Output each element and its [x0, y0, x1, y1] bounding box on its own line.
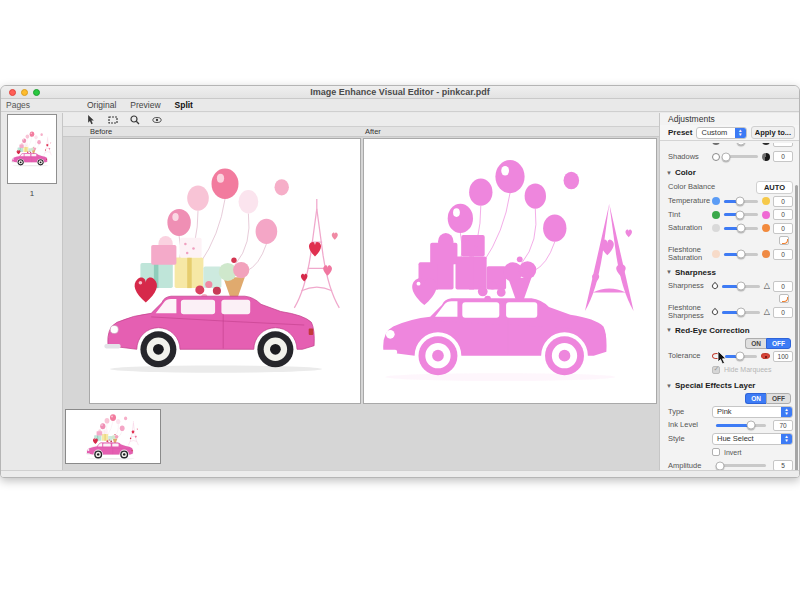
- type-label: Type: [668, 408, 712, 416]
- shadows-max-icon: [762, 153, 770, 161]
- saturation-slider[interactable]: [724, 227, 758, 230]
- collapse-chevron-icon: ▼: [666, 383, 672, 389]
- temperature-slider[interactable]: [724, 200, 758, 203]
- style-label: Style: [668, 435, 712, 443]
- ink-level-value[interactable]: 70: [773, 420, 793, 431]
- sharpness-label: Sharpness: [668, 282, 712, 290]
- sharpness-slider[interactable]: [722, 285, 760, 288]
- tint-label: Tint: [668, 211, 712, 219]
- sharpness-badge-row: [660, 294, 789, 303]
- page-thumbnail[interactable]: [7, 114, 57, 184]
- invert-checkbox[interactable]: [712, 448, 720, 456]
- fleshtone-saturation-value[interactable]: 0: [773, 249, 793, 260]
- adjustments-scroll: Shadows 0 ▼ Color Color Balance AUTO: [660, 141, 799, 477]
- preset-dropdown[interactable]: Custom ▲▼: [696, 127, 746, 139]
- hide-marquees-checkbox[interactable]: [712, 366, 720, 374]
- after-label: After: [365, 127, 381, 137]
- saturation-max-icon: [762, 224, 770, 232]
- apply-to-button[interactable]: Apply to...: [751, 126, 795, 139]
- filmstrip-thumbnail[interactable]: [65, 409, 161, 464]
- fleshtone-saturation-max-icon: [762, 250, 770, 258]
- window-bottom-bar: [1, 470, 799, 477]
- tint-min-icon: [712, 211, 720, 219]
- zoom-tool-icon[interactable]: [129, 114, 141, 125]
- hide-marquees-row: Hide Marquees: [712, 364, 793, 376]
- select-tool-icon[interactable]: [85, 114, 97, 125]
- before-label: Before: [90, 127, 112, 137]
- style-dropdown[interactable]: Hue Select ▲▼: [712, 433, 793, 445]
- sharpness-min-droplet-icon: [711, 282, 719, 290]
- red-eye-on-button[interactable]: ON: [745, 338, 766, 349]
- effects-section-header[interactable]: ▼ Special Effects Layer: [660, 377, 799, 392]
- shadows-value[interactable]: 0: [773, 151, 793, 162]
- effects-on-button[interactable]: ON: [745, 393, 766, 404]
- tolerance-value[interactable]: 100: [773, 351, 793, 362]
- fleshtone-saturation-slider[interactable]: [724, 253, 758, 256]
- canvas: [63, 137, 659, 477]
- temperature-row: Temperature 0: [668, 195, 793, 207]
- color-section-title: Color: [675, 168, 696, 177]
- amplitude-slider[interactable]: [716, 464, 766, 467]
- clipped-slider-row: [660, 143, 799, 149]
- fleshtone-saturation-min-icon: [712, 250, 720, 258]
- style-value: Hue Select: [717, 434, 754, 443]
- dropdown-arrows-icon: ▲▼: [781, 433, 792, 445]
- before-after-strip: Before After: [63, 127, 659, 137]
- tint-row: Tint 0: [668, 209, 793, 221]
- shadows-label: Shadows: [668, 153, 712, 161]
- sharpness-section-header[interactable]: ▼ Sharpness: [660, 264, 799, 279]
- fleshtone-sharpness-slider[interactable]: [722, 311, 760, 314]
- fleshtone-sample-icon[interactable]: [779, 236, 789, 245]
- red-eye-off-button[interactable]: OFF: [766, 338, 791, 349]
- dropdown-arrows-icon: ▲▼: [781, 406, 792, 418]
- marquee-tool-icon[interactable]: [107, 114, 119, 125]
- sharpness-max-triangle-icon: △: [764, 282, 770, 290]
- auto-button[interactable]: AUTO: [756, 181, 793, 194]
- after-pane: [363, 138, 657, 404]
- tolerance-slider[interactable]: [725, 355, 757, 358]
- color-section-header[interactable]: ▼ Color: [660, 164, 799, 179]
- temperature-label: Temperature: [668, 197, 712, 205]
- before-pane: [89, 138, 361, 404]
- sharpness-row: Sharpness △ 0: [668, 280, 793, 292]
- tint-value[interactable]: 0: [773, 209, 793, 220]
- effects-off-button[interactable]: OFF: [766, 393, 791, 404]
- red-eye-toggle-row: ON OFF: [660, 338, 791, 349]
- app-window: Image Enhance Visual Editor - pinkcar.pd…: [0, 85, 800, 478]
- window-title: Image Enhance Visual Editor - pinkcar.pd…: [1, 87, 799, 97]
- view-tabs: Original Preview Split: [63, 100, 193, 110]
- saturation-value[interactable]: 0: [773, 223, 793, 234]
- collapse-chevron-icon: ▼: [666, 170, 672, 176]
- invert-label: Invert: [724, 449, 742, 456]
- sharpness-value[interactable]: 0: [773, 281, 793, 292]
- tint-slider[interactable]: [724, 213, 758, 216]
- shadows-row: Shadows 0: [668, 151, 793, 163]
- fleshtone-sharpness-row: Fleshtone Sharpness △ 0: [668, 304, 793, 320]
- fleshtone-saturation-row: Fleshtone Saturation 0: [668, 246, 793, 262]
- collapse-chevron-icon: ▼: [666, 327, 672, 333]
- main-area: Before After: [63, 113, 659, 477]
- adjustments-scrollbar[interactable]: [795, 185, 798, 473]
- tab-preview[interactable]: Preview: [130, 100, 160, 110]
- red-eye-on-off-toggle: ON OFF: [745, 338, 791, 349]
- fleshtone-sample-icon[interactable]: [779, 294, 789, 303]
- preset-value: Custom: [701, 128, 727, 137]
- header-strip: Pages Original Preview Split: [1, 99, 799, 112]
- page-number: 1: [1, 189, 63, 198]
- type-dropdown[interactable]: Pink ▲▼: [712, 406, 793, 418]
- color-balance-row: Color Balance AUTO: [668, 181, 793, 194]
- saturation-min-icon: [712, 224, 720, 232]
- ink-level-slider[interactable]: [716, 424, 766, 427]
- shadows-min-icon: [712, 153, 720, 161]
- temperature-value[interactable]: 0: [773, 196, 793, 207]
- tab-split[interactable]: Split: [175, 100, 193, 110]
- red-eye-section-header[interactable]: ▼ Red-Eye Correction: [660, 322, 799, 337]
- preview-eye-icon[interactable]: [151, 114, 163, 125]
- tab-original[interactable]: Original: [87, 100, 116, 110]
- tolerance-row: Tolerance 100: [668, 350, 793, 362]
- fleshtone-sharpness-value[interactable]: 0: [773, 307, 793, 318]
- shadows-slider[interactable]: [724, 155, 758, 158]
- effects-toggle-row: ON OFF: [660, 393, 791, 404]
- adjustments-panel: Adjustments Preset Custom ▲▼ Apply to...: [659, 113, 799, 477]
- red-eye-section-title: Red-Eye Correction: [675, 326, 750, 335]
